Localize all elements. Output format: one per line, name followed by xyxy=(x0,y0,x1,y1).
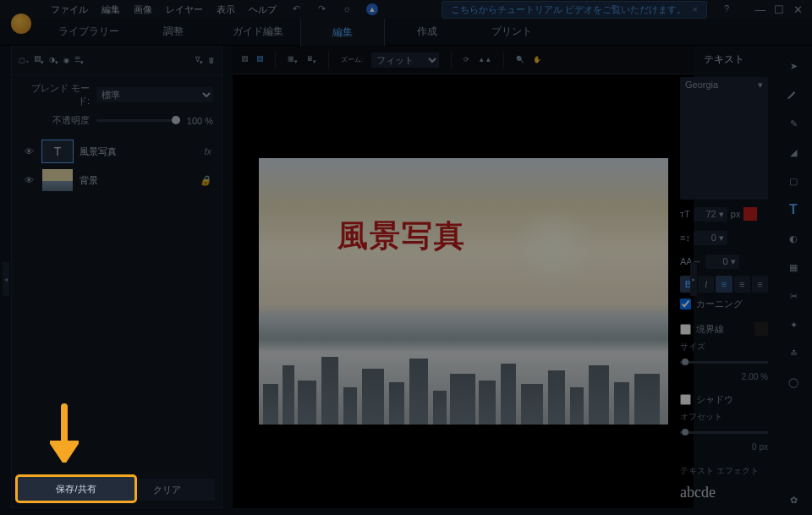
tab-edit[interactable]: 編集 xyxy=(300,18,385,47)
save-share-button[interactable]: 保存/共有 xyxy=(18,477,134,501)
layer-name: 背景 xyxy=(80,174,193,187)
magic-tool-icon[interactable]: ✦ xyxy=(785,316,802,333)
cloud-icon[interactable]: ▲ xyxy=(366,3,378,15)
offset-label: オフセット xyxy=(680,411,768,423)
offset-value: 0 px xyxy=(680,442,768,452)
align-right-icon[interactable]: ≡ xyxy=(752,276,768,293)
layers-toolbar: ▢₊ 🖼▾ ◑▾ ◉ ☰▾ ∇▾ 🗑 xyxy=(12,47,222,75)
panel-title: テキスト xyxy=(680,52,768,67)
view-single-icon[interactable]: 🖼 xyxy=(241,56,248,63)
layer-item-text[interactable]: 👁 T 風景写真 fx xyxy=(19,137,215,166)
collapse-left-icon[interactable]: ◂ xyxy=(3,262,9,296)
undo-icon[interactable]: ↶ xyxy=(290,3,302,15)
tab-guided[interactable]: ガイド編集 xyxy=(216,18,300,46)
tracking-input[interactable]: 0 ▾ xyxy=(705,255,739,269)
maximize-icon[interactable]: ☐ xyxy=(773,3,785,16)
layer-item-background[interactable]: 👁 背景 🔒 xyxy=(19,166,215,194)
zoom-label: ズーム: xyxy=(341,55,363,64)
italic-button[interactable]: I xyxy=(698,276,714,293)
pan-tool-icon[interactable]: ✋ xyxy=(533,56,541,63)
visibility-icon[interactable]: 👁 xyxy=(22,146,36,156)
font-select[interactable]: Georgia▾ xyxy=(680,77,768,200)
gradient-tool-icon[interactable]: ▦ xyxy=(785,259,802,276)
canvas-text-overlay[interactable]: 風景写真 xyxy=(337,216,466,257)
minimize-icon[interactable]: — xyxy=(754,3,766,16)
collapse-right-icon[interactable]: ▸ xyxy=(690,262,697,296)
leading-input[interactable]: 0 ▾ xyxy=(694,231,727,245)
offset-slider[interactable] xyxy=(680,431,768,434)
text-tool-icon[interactable]: T xyxy=(785,201,802,218)
lock-icon[interactable]: 🔒 xyxy=(200,175,211,186)
tab-create[interactable]: 作成 xyxy=(385,18,469,46)
module-tabs: ライブラリー 調整 ガイド編集 編集 作成 プリント xyxy=(0,19,812,46)
reference-icon[interactable]: 🖥▾ xyxy=(306,55,316,65)
add-layer-icon[interactable]: ▢₊ xyxy=(19,57,29,64)
eraser-tool-icon[interactable]: ◢ xyxy=(785,144,802,161)
border-size-value: 2.00 % xyxy=(680,372,768,381)
blend-mode-select[interactable]: 標準 xyxy=(96,87,213,102)
filter-icon[interactable]: ∇▾ xyxy=(195,56,203,66)
menu-file[interactable]: ファイル xyxy=(51,3,88,16)
brush-tool-icon[interactable] xyxy=(785,86,802,103)
shadow-checkbox[interactable] xyxy=(680,394,691,405)
delete-layer-icon[interactable]: 🗑 xyxy=(208,57,215,64)
kerning-label: カーニング xyxy=(696,298,743,310)
grid-icon[interactable]: ▦▾ xyxy=(288,55,298,65)
close-icon[interactable]: ✕ xyxy=(792,3,804,16)
crop-tool-icon[interactable]: ✂ xyxy=(785,288,802,304)
tab-print[interactable]: プリント xyxy=(469,18,554,46)
pen-tool-icon[interactable]: ✎ xyxy=(785,115,802,132)
shape-tool-icon[interactable]: ▢ xyxy=(785,173,802,189)
font-size-icon: тT xyxy=(680,209,690,219)
menu-view[interactable]: 表示 xyxy=(217,3,235,16)
add-image-icon[interactable]: 🖼▾ xyxy=(34,56,44,66)
settings-tool-icon[interactable]: ✿ xyxy=(785,491,802,508)
opacity-label: 不透明度 xyxy=(20,114,90,127)
canvas-stage[interactable]: 風景写真 xyxy=(233,74,694,508)
text-effect-preview[interactable]: abcde xyxy=(680,484,768,501)
tab-adjust[interactable]: 調整 xyxy=(131,18,216,46)
opacity-slider[interactable] xyxy=(96,119,180,122)
ring-tool-icon[interactable]: ◯ xyxy=(785,374,802,391)
menu-help[interactable]: ヘルプ xyxy=(249,3,277,16)
border-checkbox[interactable] xyxy=(680,324,691,335)
menu-image[interactable]: 画像 xyxy=(134,3,152,16)
zoom-select[interactable]: フィット xyxy=(371,52,439,68)
tab-library[interactable]: ライブラリー xyxy=(47,18,131,46)
help-icon[interactable]: ? xyxy=(721,3,732,15)
border-color-swatch[interactable] xyxy=(754,322,768,336)
view-compare-icon[interactable]: 🖼 xyxy=(256,56,263,63)
blend-mode-label: ブレンド モード: xyxy=(20,82,90,107)
align-center-icon[interactable]: ≡ xyxy=(734,276,750,293)
fill-icon[interactable]: ◉ xyxy=(63,57,69,64)
border-size-label: サイズ xyxy=(680,341,768,353)
opacity-value: 100 % xyxy=(187,116,213,126)
color-swatch[interactable] xyxy=(743,207,757,221)
rotate-cw-icon[interactable]: ⟳ xyxy=(464,56,469,63)
adjust-tool-icon[interactable]: ≛ xyxy=(785,345,802,362)
move-tool-icon[interactable]: ➤ xyxy=(785,58,802,74)
menu-bar: ファイル 編集 画像 レイヤー 表示 ヘルプ ↶ ↷ ☼ ▲ こちらからチュート… xyxy=(0,0,812,19)
canvas-toolbar: 🖼 🖼 ▦▾ 🖥▾ ズーム: フィット ⟳ ▲▲ 🔍 ✋ xyxy=(233,46,694,74)
tutorial-text: こちらからチュートリアル ビデオをご覧いただけます。 xyxy=(451,3,686,16)
align-left-icon[interactable]: ≡ xyxy=(716,276,732,293)
zoom-tool-icon[interactable]: 🔍 xyxy=(516,56,524,63)
visibility-icon[interactable]: 👁 xyxy=(22,175,36,185)
font-size-input[interactable]: 72 ▾ xyxy=(694,207,727,222)
blur-tool-icon[interactable]: ◐ xyxy=(785,230,802,247)
tutorial-close-icon[interactable]: × xyxy=(693,4,698,14)
menu-edit[interactable]: 編集 xyxy=(102,3,120,16)
flip-icon[interactable]: ▲▲ xyxy=(478,56,491,63)
text-effects-label: テキスト エフェクト xyxy=(680,465,768,477)
layer-fx-icon[interactable]: fx xyxy=(204,146,211,156)
kerning-checkbox[interactable] xyxy=(680,299,691,310)
layer-menu-icon[interactable]: ☰▾ xyxy=(74,56,84,66)
mask-icon[interactable]: ◑▾ xyxy=(49,56,58,66)
redo-icon[interactable]: ↷ xyxy=(315,3,327,15)
menu-layer[interactable]: レイヤー xyxy=(166,3,203,16)
settings-icon[interactable]: ☼ xyxy=(341,3,353,15)
border-label: 境界線 xyxy=(696,323,724,336)
border-size-slider[interactable] xyxy=(680,361,768,364)
canvas-image: 風景写真 xyxy=(259,158,668,425)
tutorial-banner[interactable]: こちらからチュートリアル ビデオをご覧いただけます。 × xyxy=(442,1,708,19)
